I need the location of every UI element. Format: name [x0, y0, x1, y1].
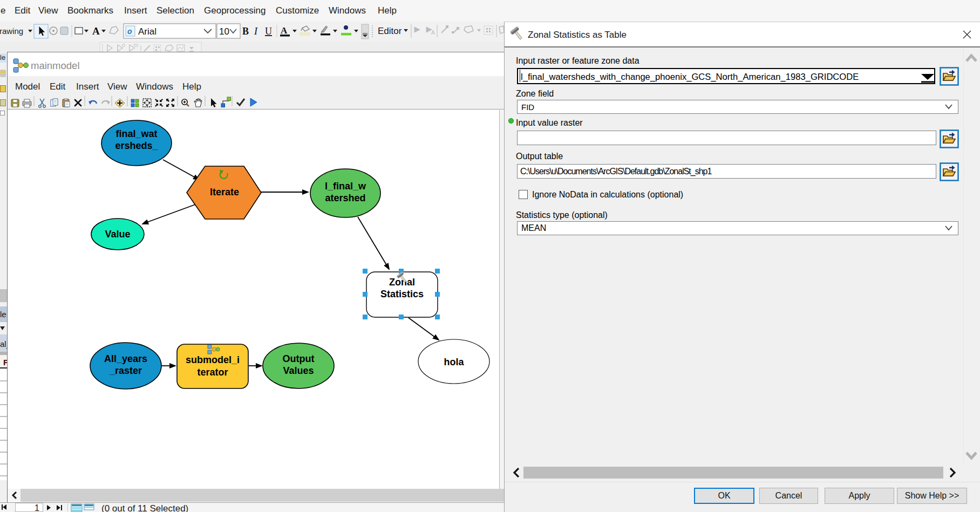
svg-text:Editor: Editor [378, 26, 402, 36]
svg-text:10: 10 [219, 26, 229, 37]
svg-text:B: B [242, 26, 249, 37]
svg-text:hola: hola [444, 357, 464, 367]
svg-text:Output: Output [283, 353, 315, 364]
svg-text:l_final_w: l_final_w [325, 181, 366, 192]
svg-text:o: o [127, 27, 132, 36]
svg-text:I: I [254, 26, 258, 37]
svg-text:submodel_i: submodel_i [186, 354, 240, 365]
svg-text:All_years: All_years [104, 353, 147, 364]
svg-text:Values: Values [283, 365, 314, 376]
svg-text:Iterate: Iterate [210, 187, 239, 197]
svg-text:ersheds_: ersheds_ [115, 140, 158, 151]
svg-text:A: A [281, 25, 288, 36]
svg-text:Value: Value [105, 229, 130, 240]
svg-text:Arial: Arial [138, 26, 156, 37]
svg-text:terator: terator [197, 367, 228, 378]
svg-text:A: A [92, 25, 100, 37]
svg-text:_raster: _raster [109, 365, 142, 376]
svg-text:Statistics: Statistics [380, 289, 424, 299]
svg-text:A: A [431, 30, 435, 36]
svg-text:U: U [265, 26, 272, 37]
svg-text:final_wat: final_wat [115, 128, 157, 139]
svg-text:atershed: atershed [325, 193, 365, 203]
